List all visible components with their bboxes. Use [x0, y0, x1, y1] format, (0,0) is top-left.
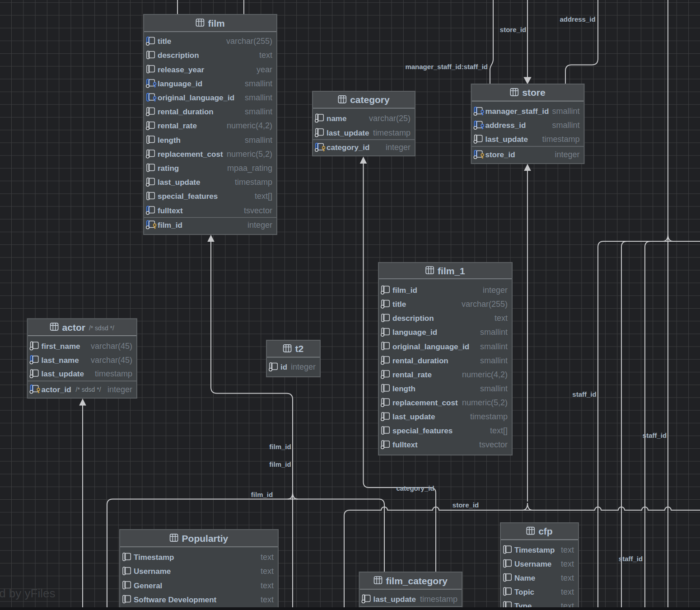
svg-text:integer: integer: [247, 221, 272, 230]
svg-text:rating: rating: [158, 164, 179, 173]
svg-text:staff_id: staff_id: [572, 390, 596, 398]
svg-text:text: text: [561, 559, 574, 568]
svg-text:smallint: smallint: [552, 107, 579, 116]
svg-text:rental_duration: rental_duration: [392, 357, 448, 365]
svg-text:category_id: category_id: [396, 484, 434, 492]
svg-text:last_update: last_update: [373, 595, 416, 604]
svg-text:integer: integer: [291, 362, 316, 371]
svg-text:varchar(45): varchar(45): [91, 356, 132, 365]
svg-text:numeric(5,2): numeric(5,2): [227, 150, 272, 159]
svg-text:smallint: smallint: [245, 136, 272, 145]
svg-text:text: text: [261, 581, 274, 590]
svg-text:text: text: [561, 545, 574, 554]
svg-text:language_id: language_id: [392, 328, 437, 337]
svg-text:last_update: last_update: [158, 178, 200, 187]
svg-text:last_update: last_update: [392, 413, 435, 421]
svg-text:first_name: first_name: [42, 342, 80, 351]
svg-text:description: description: [392, 314, 434, 323]
svg-text:integer: integer: [386, 143, 411, 152]
svg-text:timestamp: timestamp: [95, 369, 132, 378]
svg-text:year: year: [257, 65, 272, 74]
svg-text:smallint: smallint: [552, 121, 579, 130]
svg-text:language_id: language_id: [158, 80, 202, 88]
svg-text:last_update: last_update: [327, 129, 369, 137]
svg-text:length: length: [158, 136, 181, 145]
svg-text:timestamp: timestamp: [470, 412, 508, 421]
svg-text:text[]: text[]: [490, 426, 508, 435]
svg-text:timestamp: timestamp: [373, 128, 411, 137]
svg-text:smallint: smallint: [480, 342, 508, 351]
svg-text:timestamp: timestamp: [542, 135, 579, 144]
svg-text:film: film: [208, 18, 224, 28]
svg-text:release_year: release_year: [158, 66, 204, 74]
svg-text:Username: Username: [514, 560, 551, 568]
svg-text:timestamp: timestamp: [420, 595, 457, 604]
svg-text:category: category: [350, 94, 390, 105]
svg-text:text: text: [261, 553, 274, 562]
svg-text:fulltext: fulltext: [158, 206, 183, 215]
svg-text:store_id: store_id: [500, 26, 526, 33]
svg-text:smallint: smallint: [245, 79, 272, 88]
svg-text:varchar(255): varchar(255): [226, 37, 272, 46]
svg-text:Timestamp: Timestamp: [514, 546, 555, 554]
svg-text:varchar(25): varchar(25): [369, 114, 411, 123]
svg-text:actor: actor: [62, 322, 85, 333]
svg-text:film_id: film_id: [392, 286, 417, 295]
svg-text:smallint: smallint: [480, 328, 508, 337]
svg-text:text: text: [261, 595, 274, 604]
svg-text:store: store: [522, 87, 545, 98]
svg-text:staff_id: staff_id: [619, 555, 643, 563]
svg-text:manager_staff_id: manager_staff_id: [485, 107, 549, 116]
svg-text:varchar(45): varchar(45): [91, 342, 132, 351]
svg-text:text: text: [261, 567, 274, 576]
svg-text:integer: integer: [555, 150, 579, 159]
svg-text:/* sdsd */: /* sdsd */: [89, 324, 114, 332]
svg-text:film_id: film_id: [251, 491, 273, 498]
svg-text:text: text: [561, 587, 574, 596]
svg-text:/* sdsd */: /* sdsd */: [76, 386, 101, 393]
svg-text:Name: Name: [514, 574, 535, 582]
svg-text:numeric(5,2): numeric(5,2): [462, 398, 508, 407]
svg-text:numeric(4,2): numeric(4,2): [462, 370, 508, 379]
svg-text:staff_id: staff_id: [643, 432, 667, 439]
svg-text:special_features: special_features: [392, 427, 453, 435]
svg-text:title: title: [158, 37, 171, 46]
svg-text:special_features: special_features: [158, 192, 218, 201]
svg-text:film_id: film_id: [269, 443, 291, 450]
svg-text:actor_id: actor_id: [42, 385, 71, 394]
svg-text:replacement_cost: replacement_cost: [158, 150, 223, 159]
svg-text:id: id: [280, 363, 287, 371]
svg-text:smallint: smallint: [480, 384, 508, 393]
svg-text:film_category: film_category: [386, 576, 448, 586]
svg-text:varchar(255): varchar(255): [462, 300, 508, 309]
svg-text:original_language_id: original_language_id: [158, 94, 234, 102]
svg-text:rental_rate: rental_rate: [158, 122, 197, 130]
svg-text:timestamp: timestamp: [235, 178, 272, 187]
svg-text:film_1: film_1: [438, 266, 465, 276]
svg-text:text: text: [561, 573, 574, 582]
svg-text:fulltext: fulltext: [392, 441, 418, 449]
svg-text:cfp: cfp: [538, 526, 553, 536]
svg-text:Topic: Topic: [514, 588, 534, 596]
svg-text:category_id: category_id: [327, 143, 369, 152]
svg-text:mpaa_rating: mpaa_rating: [227, 164, 272, 173]
svg-text:address_id: address_id: [560, 15, 595, 23]
svg-text:length: length: [392, 385, 415, 393]
svg-text:smallint: smallint: [245, 107, 272, 116]
svg-text:last_update: last_update: [42, 370, 84, 378]
svg-text:film_id: film_id: [269, 460, 291, 468]
svg-text:tsvector: tsvector: [479, 440, 508, 449]
svg-text:integer: integer: [483, 286, 508, 295]
svg-text:General: General: [134, 582, 162, 590]
svg-text:numeric(4,2): numeric(4,2): [227, 121, 272, 130]
svg-text:last_update: last_update: [485, 135, 528, 144]
svg-text:rental_rate: rental_rate: [392, 371, 432, 379]
svg-text:film_id: film_id: [158, 221, 182, 230]
svg-text:smallint: smallint: [245, 93, 272, 102]
svg-text:description: description: [158, 51, 199, 60]
svg-text:integer: integer: [107, 385, 132, 394]
svg-text:Populartiy: Populartiy: [182, 533, 229, 544]
svg-text:Username: Username: [134, 567, 171, 576]
svg-text:t2: t2: [295, 343, 304, 354]
svg-text:text: text: [259, 51, 272, 60]
